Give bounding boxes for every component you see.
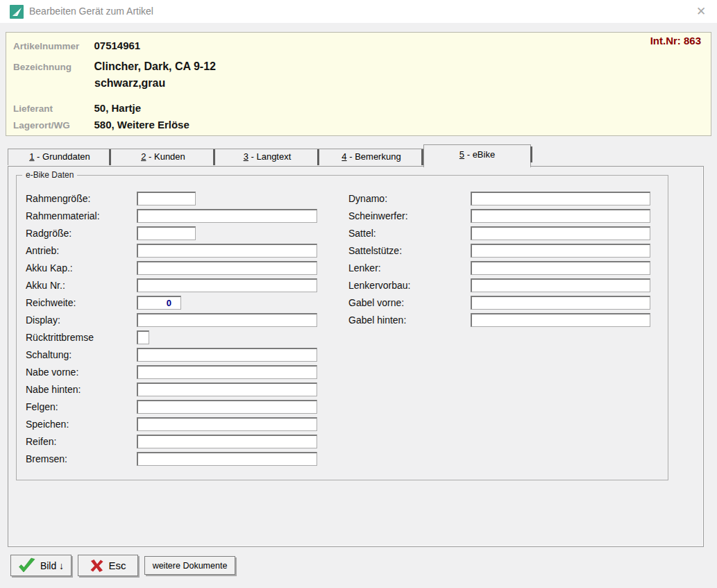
form-row: Schaltung: [26, 346, 317, 363]
nabe-hinten-input[interactable] [137, 383, 317, 396]
gabel-vorne-input[interactable] [471, 296, 650, 310]
rahmenmaterial-label: Rahmenmaterial: [26, 210, 137, 221]
akku-kap-label: Akku Kap.: [26, 262, 137, 274]
bild-button-label: Bild ↓ [40, 560, 64, 571]
esc-button-label: Esc [108, 560, 126, 571]
schaltung-input[interactable] [137, 348, 317, 362]
tab-kunden-label: - Kunden [146, 151, 185, 162]
bremsen-input[interactable] [137, 452, 317, 466]
form-row: Felgen: [26, 398, 317, 415]
designation-label: Bezeichnung [13, 62, 91, 72]
supplier-row: Lieferant 50, Hartje [13, 102, 141, 115]
window-body: Int.Nr: 863 Artikelnummer 07514961 Bezei… [0, 23, 717, 588]
radgroesse-label: Radgröße: [26, 228, 137, 239]
radgroesse-input[interactable] [137, 226, 196, 240]
designation-row2: schwarz,grau [94, 77, 165, 90]
form-row: Sattelstütze: [348, 242, 650, 259]
article-number-label: Artikelnummer [13, 41, 91, 51]
form-row: Speichen: [26, 415, 317, 432]
internal-number: Int.Nr: 863 [650, 35, 701, 47]
akku-kap-input[interactable] [137, 261, 317, 275]
form-row: Gabel vorne: [348, 294, 650, 311]
x-icon [90, 559, 104, 573]
form-row: Scheinwerfer: [348, 207, 650, 224]
storage-label: Lagerort/WG [13, 120, 91, 131]
article-number-row: Artikelnummer 07514961 [13, 40, 140, 52]
tab-ebike[interactable]: 5 - eBike [423, 144, 531, 167]
tab-strip: 1 - Grunddaten 2 - Kunden 3 - Langtext 4… [8, 144, 532, 167]
form-row: Akku Kap.: [26, 259, 317, 276]
nabe-vorne-label: Nabe vorne: [26, 367, 137, 378]
esc-button[interactable]: Esc [78, 555, 138, 576]
bild-button[interactable]: Bild ↓ [10, 555, 71, 576]
form-row: Lenkervorbau: [348, 276, 650, 294]
bremsen-label: Bremsen: [26, 453, 137, 464]
tab-grunddaten-label: - Grunddaten [35, 151, 90, 162]
close-button[interactable]: ✕ [692, 3, 710, 21]
dynamo-label: Dynamo: [348, 193, 471, 204]
weitere-dokumente-label: weitere Dokumente [153, 561, 228, 571]
weitere-dokumente-button[interactable]: weitere Dokumente [144, 556, 235, 575]
designation-value: Clincher, Dark, CA 9-12 [94, 60, 215, 72]
lenkervorbau-label: Lenkervorbau: [348, 280, 471, 291]
reifen-input[interactable] [137, 435, 317, 448]
gabel-hinten-input[interactable] [471, 313, 650, 327]
tab-content-panel: e-Bike Daten Rahmengröße: Rahmenmaterial… [8, 166, 704, 547]
ebike-data-fieldset: e-Bike Daten Rahmengröße: Rahmenmaterial… [16, 170, 668, 480]
rahmenmaterial-input[interactable] [137, 209, 317, 223]
form-row: Reichweite: [26, 294, 317, 311]
form-row: Lenker: [348, 259, 650, 276]
reichweite-label: Reichweite: [26, 297, 137, 308]
reifen-label: Reifen: [26, 436, 137, 447]
form-row: Bremsen: [26, 450, 317, 467]
check-icon [18, 557, 36, 573]
speichen-input[interactable] [137, 417, 317, 431]
ruecktrittbremse-input[interactable] [137, 330, 149, 344]
speichen-label: Speichen: [26, 419, 137, 430]
form-row: Rahmenmaterial: [26, 207, 317, 224]
form-row: Nabe hinten: [26, 380, 317, 398]
lenker-input[interactable] [471, 261, 650, 275]
lenkervorbau-input[interactable] [471, 278, 650, 292]
rahmengroesse-label: Rahmengröße: [26, 193, 137, 204]
designation-row: Bezeichnung Clincher, Dark, CA 9-12 [13, 60, 216, 73]
akku-nr-label: Akku Nr.: [26, 280, 137, 291]
sattel-input[interactable] [471, 226, 650, 240]
dynamo-input[interactable] [471, 192, 650, 205]
ruecktrittbremse-label: Rücktrittbremse [26, 332, 137, 343]
form-column-left: Rahmengröße: Rahmenmaterial: Radgröße: A… [26, 190, 317, 467]
akku-nr-input[interactable] [137, 278, 317, 292]
schaltung-label: Schaltung: [26, 349, 137, 360]
antrieb-label: Antrieb: [26, 245, 137, 256]
tab-kunden[interactable]: 2 - Kunden [111, 149, 215, 165]
storage-value: 580, Weitere Erlöse [94, 119, 189, 131]
gabel-vorne-label: Gabel vorne: [348, 297, 471, 308]
sattel-label: Sattel: [348, 228, 471, 239]
tab-langtext-accel: 3 [244, 151, 248, 162]
scheinwerfer-input[interactable] [471, 209, 650, 223]
tab-ebike-accel: 5 [459, 149, 464, 160]
form-row: Rahmengröße: [26, 190, 317, 207]
form-column-right: Dynamo: Scheinwerfer: Sattel: Sattelstüt… [348, 190, 650, 328]
tab-bemerkung[interactable]: 4 - Bemerkung [319, 149, 423, 165]
antrieb-input[interactable] [137, 244, 317, 258]
title-bar: Bearbeiten Gerät zum Artikel ✕ [0, 0, 717, 23]
storage-row: Lagerort/WG 580, Weitere Erlöse [13, 119, 189, 131]
ebike-fieldset-legend: e-Bike Daten [22, 170, 77, 180]
tab-langtext-label: - Langtext [248, 151, 291, 162]
felgen-label: Felgen: [26, 401, 137, 412]
reichweite-input[interactable] [137, 296, 181, 310]
form-row: Akku Nr.: [26, 276, 317, 294]
felgen-input[interactable] [137, 400, 317, 414]
display-input[interactable] [137, 313, 317, 327]
tab-grunddaten[interactable]: 1 - Grunddaten [8, 149, 111, 165]
nabe-vorne-input[interactable] [137, 365, 317, 379]
rahmengroesse-input[interactable] [137, 192, 196, 205]
tab-langtext[interactable]: 3 - Langtext [215, 149, 319, 165]
form-row: Dynamo: [348, 190, 650, 207]
sattelstuetze-input[interactable] [471, 244, 650, 258]
article-header-panel: Int.Nr: 863 Artikelnummer 07514961 Bezei… [6, 32, 711, 136]
window-title: Bearbeiten Gerät zum Artikel [29, 0, 153, 23]
sattelstuetze-label: Sattelstütze: [348, 245, 471, 256]
lenker-label: Lenker: [348, 262, 471, 274]
